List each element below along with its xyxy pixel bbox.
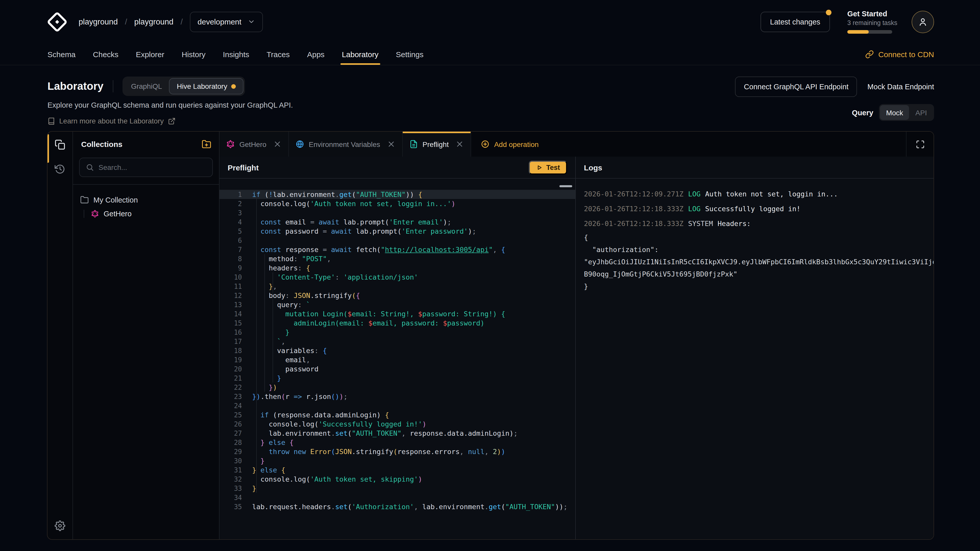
code-line[interactable]: 22 }) — [220, 383, 575, 392]
line-number: 25 — [220, 411, 252, 419]
close-icon[interactable] — [273, 140, 282, 148]
latest-changes-button[interactable]: Latest changes — [760, 11, 830, 32]
play-icon — [536, 164, 542, 171]
nav-tab-apps[interactable]: Apps — [307, 43, 325, 65]
code-line[interactable]: 5 const password = await lab.prompt('Ent… — [220, 227, 575, 236]
gear-icon[interactable] — [55, 520, 65, 531]
line-number: 4 — [220, 218, 252, 226]
code-editor[interactable]: 1if (!lab.environment.get("AUTH_TOKEN"))… — [220, 179, 575, 539]
code-line[interactable]: 4 const email = await lab.prompt('Enter … — [220, 218, 575, 227]
nav-tab-schema[interactable]: Schema — [48, 43, 76, 65]
log-entry: 2026-01-26T12:12:09.271ZLOGAuth token no… — [584, 187, 934, 202]
code-line[interactable]: 2 console.log('Auth token not set, loggi… — [220, 199, 575, 208]
log-detail-line: } — [584, 280, 934, 292]
circle-plus-icon — [481, 140, 490, 148]
connect-cdn-link[interactable]: Connect to CDN — [865, 43, 934, 65]
nav-tab-checks[interactable]: Checks — [93, 43, 118, 65]
globe-icon — [296, 140, 304, 148]
link-icon — [865, 50, 874, 59]
code-line[interactable]: 32 console.log('Auth token set, skipping… — [220, 475, 575, 484]
tab-preflight[interactable]: Preflight — [402, 132, 471, 157]
hive-logo[interactable] — [47, 11, 67, 32]
indent-guide — [272, 272, 273, 383]
code-text: body: JSON.stringify({ — [252, 291, 360, 300]
line-number: 5 — [220, 227, 252, 235]
collections-title: Collections — [81, 140, 123, 148]
log-detail-line: "authorization": — [584, 243, 934, 256]
line-number: 14 — [220, 310, 252, 318]
get-started-widget[interactable]: Get Started 3 remaining tasks — [847, 10, 897, 34]
logs-output[interactable]: 2026-01-26T12:12:09.271ZLOGAuth token no… — [576, 179, 934, 539]
line-number: 9 — [220, 264, 252, 272]
line-number: 32 — [220, 475, 252, 483]
progress-bar — [847, 30, 892, 34]
editor-scroll-widget[interactable] — [559, 185, 572, 187]
collections-sidebar: Collections My Collection GetHero — [73, 132, 220, 539]
mode-option-graphiql[interactable]: GraphiQL — [124, 78, 169, 94]
nav-tab-explorer[interactable]: Explorer — [136, 43, 164, 65]
tab-environment-variables[interactable]: Environment Variables — [289, 132, 403, 157]
code-line[interactable]: 25 if (response.data.adminLogin) { — [220, 410, 575, 419]
collections-icon[interactable] — [55, 139, 65, 150]
nav-tab-traces[interactable]: Traces — [267, 43, 290, 65]
log-timestamp: 2026-01-26T12:12:18.333Z — [584, 205, 683, 213]
history-icon[interactable] — [55, 164, 65, 175]
code-line[interactable]: 35lab.request.headers.set('Authorization… — [220, 502, 575, 511]
line-number: 22 — [220, 383, 252, 391]
script-icon — [409, 140, 418, 148]
code-line[interactable]: 3 — [220, 208, 575, 218]
code-line[interactable]: 29 throw new Error(JSON.stringify(respon… — [220, 447, 575, 456]
learn-more-label: Learn more about the Laboratory — [59, 117, 164, 125]
code-text: const email = await lab.prompt('Enter em… — [252, 218, 451, 226]
nav-tab-history[interactable]: History — [182, 43, 205, 65]
code-line[interactable]: 34 — [220, 493, 575, 502]
code-line[interactable]: 24 — [220, 401, 575, 410]
code-text: console.log('Auth token set, skipping') — [252, 475, 422, 483]
breadcrumb-project[interactable]: playground — [134, 17, 173, 26]
collection-operation[interactable]: GetHero — [91, 210, 212, 218]
folder-plus-icon[interactable] — [202, 139, 211, 149]
target-selector[interactable]: development — [190, 11, 263, 32]
code-line[interactable]: 31} else { — [220, 465, 575, 475]
tab-gethero[interactable]: GetHero — [220, 132, 289, 157]
connect-endpoint-button[interactable]: Connect GraphQL API Endpoint — [735, 76, 857, 97]
nav-tab-laboratory[interactable]: Laboratory — [342, 43, 379, 65]
log-entry: 2026-01-26T12:12:18.333ZSYSTEMHeaders: — [584, 216, 934, 231]
code-line[interactable]: 9 headers: { — [220, 263, 575, 272]
query-mode-api[interactable]: API — [909, 105, 933, 120]
test-button[interactable]: Test — [529, 160, 567, 174]
code-line[interactable]: 8 method: "POST", — [220, 254, 575, 263]
query-mode-mock[interactable]: Mock — [880, 105, 909, 120]
main-nav: Schema Checks Explorer History Insights … — [0, 43, 980, 65]
breadcrumb-org[interactable]: playground — [79, 17, 118, 26]
close-icon[interactable] — [455, 140, 464, 148]
line-number: 10 — [220, 273, 252, 281]
line-number: 16 — [220, 328, 252, 336]
user-icon — [918, 17, 928, 27]
nav-tab-settings[interactable]: Settings — [396, 43, 423, 65]
mode-option-hive-laboratory[interactable]: Hive Laboratory — [169, 78, 244, 94]
logs-pane: Logs 2026-01-26T12:12:09.271ZLOGAuth tok… — [576, 157, 934, 539]
fullscreen-button[interactable] — [906, 132, 934, 157]
indent-guide — [256, 199, 257, 493]
collection-folder[interactable]: My Collection — [80, 195, 212, 204]
code-line[interactable]: 30 } — [220, 456, 575, 465]
line-number: 26 — [220, 420, 252, 428]
avatar[interactable] — [912, 11, 934, 33]
search-input[interactable] — [99, 163, 206, 171]
code-line[interactable]: 23}).then(r => r.json()); — [220, 392, 575, 401]
code-line[interactable]: 27 lab.environment.set("AUTH_TOKEN", res… — [220, 429, 575, 438]
divider — [113, 80, 113, 92]
add-operation-button[interactable]: Add operation — [472, 132, 547, 157]
code-line[interactable]: 7 const response = await fetch("http://l… — [220, 245, 575, 254]
code-line[interactable]: 26 console.log('Successfully logged in!'… — [220, 419, 575, 429]
line-number: 8 — [220, 255, 252, 262]
code-line[interactable]: 33} — [220, 484, 575, 493]
nav-tab-insights[interactable]: Insights — [223, 43, 249, 65]
code-line[interactable]: 6 — [220, 236, 575, 245]
close-icon[interactable] — [387, 140, 395, 148]
code-line[interactable]: 1if (!lab.environment.get("AUTH_TOKEN"))… — [220, 190, 575, 199]
fullscreen-icon — [915, 140, 924, 149]
mock-endpoint-button[interactable]: Mock Data Endpoint — [867, 83, 934, 91]
code-line[interactable]: 28 } else { — [220, 438, 575, 447]
